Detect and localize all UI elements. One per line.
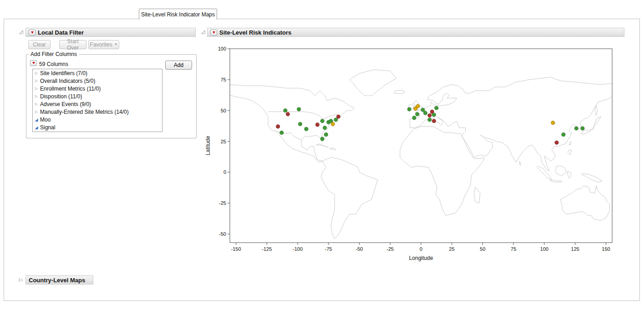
expand-triangle-icon[interactable]: ▷	[34, 71, 39, 75]
svg-text:-100: -100	[293, 246, 303, 252]
site-marker-green[interactable]	[284, 108, 288, 112]
site-marker-yellow[interactable]	[551, 121, 555, 125]
svg-text:-150: -150	[231, 246, 241, 252]
site-marker-green[interactable]	[574, 127, 578, 131]
site-marker-red[interactable]	[276, 125, 280, 129]
list-item[interactable]: ▷Enrollment Metrics (11/0)	[33, 85, 162, 92]
list-item-label: Overall Indicators (5/0)	[40, 78, 95, 84]
site-marker-yellow[interactable]	[416, 104, 420, 108]
site-marker-green[interactable]	[320, 137, 325, 141]
local-data-filter-header: Local Data Filter	[25, 28, 196, 37]
svg-text:-25: -25	[386, 246, 394, 252]
list-item-label: Moo	[40, 117, 51, 123]
expand-triangle-icon[interactable]: ▷	[34, 79, 39, 83]
add-button[interactable]: Add	[165, 61, 192, 70]
list-item[interactable]: ▷Adverse Events (9/0)	[33, 100, 162, 108]
site-marker-green[interactable]	[416, 112, 420, 117]
svg-text:-125: -125	[262, 246, 272, 252]
y-axis-label: Latitude	[205, 136, 211, 155]
site-marker-green[interactable]	[432, 113, 436, 117]
list-item[interactable]: ▷Manually-Entered Site Metrics (14/0)	[33, 108, 162, 116]
site-marker-green[interactable]	[562, 132, 566, 137]
risk-indicators-title: Site-Level Risk Indicators	[219, 29, 291, 36]
site-marker-red[interactable]	[286, 112, 290, 117]
site-marker-red[interactable]	[336, 115, 340, 119]
site-marker-green[interactable]	[298, 122, 302, 126]
y-axis-ticks[interactable]: 1007550250-25-50	[218, 46, 230, 237]
svg-text:0: 0	[420, 246, 422, 252]
svg-text:0: 0	[223, 169, 226, 175]
site-marker-green[interactable]	[280, 131, 284, 135]
site-marker-green[interactable]	[428, 118, 432, 122]
dropdown-arrow-icon: ▼	[114, 43, 118, 46]
list-item-label: Disposition (11/0)	[40, 93, 82, 100]
country-maps-title: Country-Level Maps	[29, 277, 85, 284]
svg-text:-50: -50	[356, 246, 363, 252]
site-marker-green[interactable]	[435, 106, 439, 110]
svg-text:50: 50	[221, 108, 226, 113]
x-axis-label: Longitude	[409, 255, 433, 261]
list-item[interactable]: ▷Disposition (11/0)	[33, 92, 162, 100]
x-axis-ticks[interactable]: -150-125-100-75-50-250255075100125150	[231, 243, 610, 252]
site-marker-yellow[interactable]	[331, 122, 335, 126]
svg-text:25: 25	[221, 139, 226, 144]
world-map-outline	[228, 70, 615, 239]
risk-indicators-red-triangle-icon[interactable]	[210, 30, 217, 36]
continuous-column-icon: ◢	[34, 125, 39, 130]
svg-text:50: 50	[480, 246, 485, 252]
list-item[interactable]: ◢Moo	[33, 116, 162, 123]
expand-triangle-icon[interactable]: ▷	[34, 86, 39, 91]
site-marker-red[interactable]	[428, 113, 432, 117]
favorites-button[interactable]: Favorites ▼	[88, 40, 119, 49]
site-marker-red[interactable]	[432, 119, 436, 123]
site-marker-green[interactable]	[407, 107, 411, 112]
local-data-filter-red-triangle-icon[interactable]	[29, 30, 35, 36]
local-data-filter-title: Local Data Filter	[38, 29, 84, 36]
add-filter-columns-group-label: Add Filter Columns	[29, 51, 79, 57]
site-marker-red[interactable]	[555, 141, 559, 145]
svg-text:75: 75	[511, 246, 516, 252]
app-window: Site-Level Risk Indicator Maps ◿ Local D…	[0, 0, 644, 310]
site-marker-green[interactable]	[581, 127, 585, 131]
start-over-button[interactable]: Start Over	[59, 40, 86, 49]
svg-text:25: 25	[449, 246, 455, 252]
svg-text:-50: -50	[219, 231, 226, 237]
svg-text:75: 75	[221, 77, 226, 82]
list-item-label: Signal	[40, 124, 55, 131]
site-marker-red[interactable]	[315, 123, 319, 127]
expand-triangle-icon[interactable]: ▷	[34, 102, 39, 106]
columns-red-triangle-icon[interactable]	[30, 60, 37, 66]
favorites-button-label: Favorites	[90, 41, 112, 48]
list-item-label: Site Identifiers (7/0)	[40, 70, 87, 76]
risk-indicators-header: Site-Level Risk Indicators	[207, 28, 624, 37]
list-item-label: Enrollment Metrics (11/0)	[40, 86, 101, 92]
list-item[interactable]: ▷Site Identifiers (7/0)	[33, 69, 162, 77]
clear-button[interactable]: Clear	[28, 40, 51, 49]
site-marker-green[interactable]	[323, 126, 327, 130]
site-marker-green[interactable]	[304, 127, 309, 131]
site-marker-green[interactable]	[320, 119, 325, 123]
svg-text:-75: -75	[325, 246, 332, 252]
risk-indicators-disclosure-icon[interactable]: ◿	[201, 29, 205, 34]
list-item[interactable]: ◢Signal	[33, 123, 162, 131]
map-plot[interactable]: -150-125-100-75-50-250255075100125150100…	[203, 46, 618, 271]
expand-triangle-icon[interactable]: ▷	[34, 94, 39, 98]
site-marker-green[interactable]	[423, 111, 427, 115]
tab-site-level-risk-indicator-maps[interactable]: Site-Level Risk Indicator Maps	[139, 9, 217, 20]
filter-columns-list[interactable]: ▷Site Identifiers (7/0)▷Overall Indicato…	[32, 69, 162, 132]
svg-text:150: 150	[602, 246, 610, 252]
site-marker-green[interactable]	[412, 116, 416, 120]
list-item-label: Adverse Events (9/0)	[40, 101, 91, 107]
plot-frame	[230, 49, 612, 243]
site-marker-green[interactable]	[324, 132, 328, 137]
site-marker-green[interactable]	[297, 107, 301, 112]
list-item-label: Manually-Entered Site Metrics (14/0)	[40, 109, 129, 115]
country-maps-disclosure-icon[interactable]: ▷	[19, 277, 23, 282]
svg-text:125: 125	[571, 246, 579, 252]
site-markers	[276, 104, 584, 145]
continuous-column-icon: ◢	[34, 117, 39, 122]
local-data-filter-disclosure-icon[interactable]: ◿	[19, 29, 23, 34]
expand-triangle-icon[interactable]: ▷	[34, 110, 39, 114]
country-maps-header: Country-Level Maps	[25, 275, 93, 285]
list-item[interactable]: ▷Overall Indicators (5/0)	[33, 77, 162, 85]
